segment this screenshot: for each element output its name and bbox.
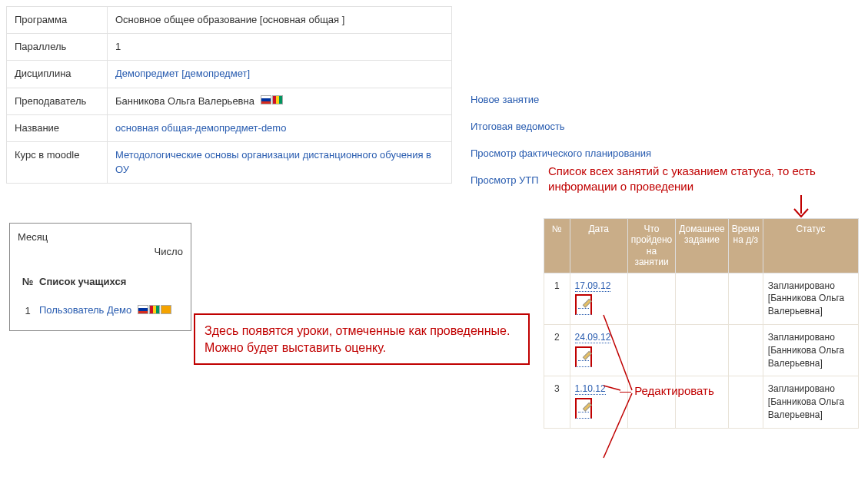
annotation-status: Список всех занятий с указанием статуса,… bbox=[548, 164, 856, 190]
name-link[interactable]: основная общая-демопредмет-demo bbox=[115, 122, 286, 134]
program-value: Основное общее образование [основная общ… bbox=[108, 7, 452, 34]
teacher-value: Банникова Ольга Валерьевна bbox=[115, 95, 254, 107]
flag-icon bbox=[272, 95, 283, 104]
view-actual-link[interactable]: Просмотр фактического планирования bbox=[471, 147, 651, 159]
program-label: Программа bbox=[7, 7, 108, 34]
info-table: Программа Основное общее образование [ос… bbox=[6, 6, 452, 184]
view-utp-link[interactable]: Просмотр УТП bbox=[471, 174, 539, 186]
flag-icons bbox=[261, 94, 284, 108]
moodle-label: Курс в moodle bbox=[7, 142, 108, 183]
moodle-link[interactable]: Методологические основы организации дист… bbox=[115, 149, 431, 174]
flag-icon bbox=[261, 95, 271, 104]
parallel-value: 1 bbox=[108, 34, 452, 61]
name-label: Название bbox=[7, 115, 108, 142]
discipline-label: Дисциплина bbox=[7, 61, 108, 88]
teacher-label: Преподаватель bbox=[7, 88, 108, 115]
parallel-label: Параллель bbox=[7, 34, 108, 61]
discipline-link[interactable]: Демопредмет [демопредмет] bbox=[115, 68, 250, 79]
final-sheet-link[interactable]: Итоговая ведомость bbox=[471, 121, 565, 132]
new-lesson-link[interactable]: Новое занятие bbox=[471, 94, 539, 105]
